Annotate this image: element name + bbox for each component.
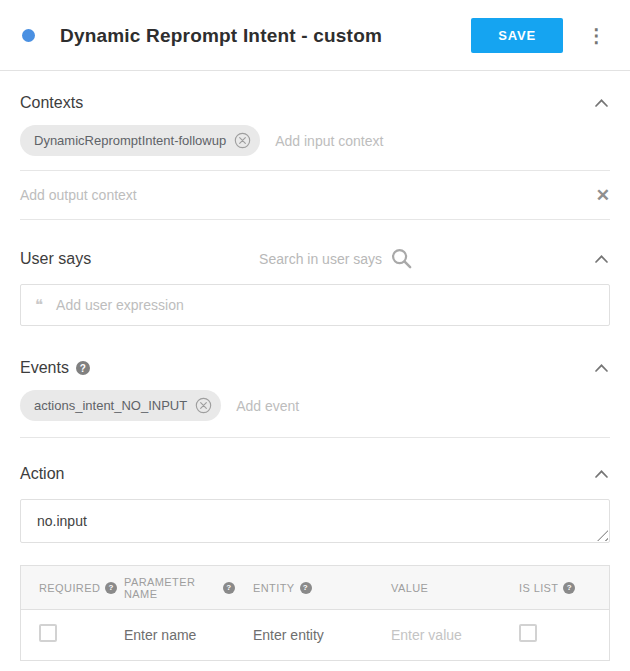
add-user-expression-field[interactable]: ❝ Add user expression [20,284,610,326]
events-bottom-divider [20,437,610,438]
action-collapse-chevron-icon[interactable] [593,468,610,480]
intent-dot [22,29,35,42]
search-placeholder[interactable]: Search in user says [259,251,382,267]
column-header-required: REQUIRED ? [21,582,106,594]
intent-title[interactable]: Dynamic Reprompt Intent - custom [60,25,471,47]
action-section-header: Action [20,465,610,483]
column-header-value: VALUE [373,582,501,594]
parameter-entity-field[interactable]: Enter entity [235,627,373,643]
contexts-title: Contexts [20,94,83,112]
clear-contexts-icon[interactable]: ✕ [596,187,610,204]
add-event-field[interactable]: Add event [236,398,299,414]
events-help-icon[interactable]: ? [76,361,90,375]
search-icon[interactable] [390,247,413,270]
column-header-is-list: IS LIST ? [501,582,609,594]
add-input-context-field[interactable]: Add input context [275,133,383,149]
remove-input-context-icon[interactable] [234,132,251,149]
entity-help-icon[interactable]: ? [300,582,312,594]
action-title: Action [20,465,64,483]
input-context-chip: DynamicRepromptIntent-followup [20,125,260,156]
user-says-title: User says [20,250,91,268]
kebab-menu-icon[interactable]: ⋮ [583,24,610,47]
quote-icon: ❝ [35,296,43,314]
user-says-collapse-chevron-icon[interactable] [593,253,610,265]
contexts-section-header: Contexts [20,94,610,112]
intent-editor: Dynamic Reprompt Intent - custom SAVE ⋮ … [0,0,630,661]
is-list-checkbox[interactable] [519,624,537,642]
parameter-value-field[interactable]: Enter value [373,627,501,643]
column-header-parameter-name: PARAMETER NAME ? [106,576,235,600]
add-output-context-field[interactable]: Add output context [20,187,137,203]
contexts-collapse-chevron-icon[interactable] [593,97,610,109]
action-name-field[interactable]: no.input [20,499,610,543]
parameter-row: Enter name Enter entity Enter value [21,610,609,660]
parameter-name-field[interactable]: Enter name [106,627,235,643]
remove-event-icon[interactable] [195,397,212,414]
parameter-name-help-icon[interactable]: ? [223,582,235,594]
contexts-bottom-divider [20,219,610,220]
column-header-entity: ENTITY ? [235,582,373,594]
user-says-section-header: User says Search in user says [20,247,610,270]
events-collapse-chevron-icon[interactable] [593,362,610,374]
intent-header: Dynamic Reprompt Intent - custom SAVE ⋮ [0,0,630,70]
required-checkbox[interactable] [39,624,57,642]
resize-handle[interactable] [597,530,608,541]
events-title: Events [20,359,69,377]
output-context-row: Add output context ✕ [20,171,610,219]
user-says-search[interactable]: Search in user says [259,247,413,270]
event-chip: actions_intent_NO_INPUT [20,390,221,421]
event-chip-label: actions_intent_NO_INPUT [34,398,187,413]
input-context-row: DynamicRepromptIntent-followup Add input… [20,125,610,156]
events-row: actions_intent_NO_INPUT Add event [20,390,610,421]
events-section-header: Events ? [20,359,610,377]
header-divider [0,70,630,71]
parameters-table-header: REQUIRED ? PARAMETER NAME ? ENTITY ? VAL… [21,566,609,610]
is-list-help-icon[interactable]: ? [563,582,575,594]
action-name-value: no.input [37,513,87,529]
save-button[interactable]: SAVE [471,18,563,53]
parameters-table: REQUIRED ? PARAMETER NAME ? ENTITY ? VAL… [20,565,610,661]
user-expression-placeholder: Add user expression [56,297,184,313]
input-context-chip-label: DynamicRepromptIntent-followup [34,133,226,148]
